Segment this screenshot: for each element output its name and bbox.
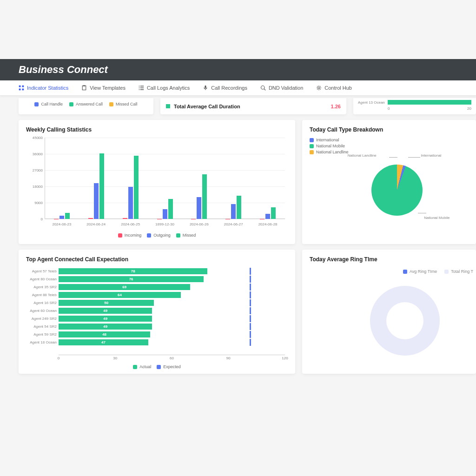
- nav-control-hub[interactable]: Control Hub: [316, 85, 352, 91]
- svg-rect-2: [19, 89, 21, 91]
- nav-call-recordings[interactable]: Call Recordings: [203, 85, 247, 91]
- agent-label: Agent 54 SR2: [26, 324, 57, 329]
- agent-label: Agent 57 Teleb: [26, 269, 57, 273]
- pie-callout-international: International: [421, 153, 441, 158]
- legend-item: International: [310, 138, 469, 142]
- bar-incoming: [123, 218, 127, 219]
- svg-rect-4: [83, 86, 86, 90]
- x-label: 2024-06-25: [113, 222, 148, 226]
- bar-incoming: [88, 218, 93, 219]
- legend-item: National Mobile: [310, 144, 469, 148]
- bar-missed: [237, 196, 241, 219]
- actual-bar: 76: [59, 276, 204, 282]
- svg-rect-0: [19, 86, 21, 87]
- svg-line-15: [264, 89, 265, 90]
- bar-outgoing: [94, 183, 99, 219]
- ring-time-card: Today Average Ring TIme Avg Ring TImeTot…: [302, 250, 476, 374]
- legend-item: Outgoing: [147, 233, 171, 238]
- nav-call-logs-analytics[interactable]: Call Logs Analytics: [139, 85, 190, 91]
- nav-view-templates[interactable]: View Templates: [81, 85, 126, 91]
- mini-agent-label: Agent 13 Ocean: [358, 100, 385, 105]
- svg-rect-3: [22, 89, 24, 91]
- actual-bar: 78: [59, 268, 207, 274]
- avg-duration-label: Total Average Call Duration: [174, 104, 331, 109]
- svg-rect-5: [83, 85, 86, 86]
- ring-title: Today Average Ring TIme: [310, 256, 469, 263]
- actual-bar: 49: [59, 308, 152, 314]
- y-tick: 45000: [26, 136, 43, 140]
- legend-item: National Landline: [310, 150, 469, 154]
- agent-label: Agent 60 Ocean: [26, 309, 57, 313]
- ring-donut: [370, 286, 440, 356]
- agent-expectation-card: Top Agent Connected Call Expectation Age…: [19, 250, 295, 374]
- bar-outgoing: [231, 204, 236, 219]
- call-type-card: Today Call Type Breakdown InternationalN…: [302, 120, 476, 244]
- weekly-stats-card: Weekly Calling Statistics 09000180002700…: [19, 120, 295, 244]
- actual-bar: 50: [59, 300, 154, 306]
- avg-duration-card: Total Average Call Duration 1.26: [160, 98, 346, 114]
- bar-missed: [202, 174, 207, 219]
- agent-label: Agent 249 SR2: [26, 317, 57, 321]
- mini-tick: 20: [430, 106, 471, 111]
- x-tick: 30: [113, 356, 117, 360]
- x-tick: 90: [226, 356, 231, 360]
- x-label: 2024-06-28: [251, 222, 285, 226]
- expected-marker: [250, 299, 251, 306]
- x-label: 2024-06-23: [45, 222, 79, 226]
- mini-tick: 0: [388, 106, 430, 111]
- clipboard-icon: [81, 85, 87, 91]
- expected-marker: [250, 284, 251, 291]
- legend-item: Missed: [176, 233, 196, 238]
- svg-point-14: [261, 86, 264, 90]
- agent-title: Top Agent Connected Call Expectation: [26, 256, 288, 263]
- mini-agent-card: Agent 13 Ocean 0 20: [353, 98, 476, 114]
- agent-label: Agent 59 SR2: [26, 332, 57, 337]
- expected-marker: [250, 307, 251, 314]
- x-label: 1899-12-30: [148, 222, 182, 226]
- nav-dnd-validation[interactable]: DND Validation: [260, 85, 303, 91]
- grid-icon: [19, 85, 24, 91]
- legend-item: Total Ring T: [444, 269, 473, 274]
- mic-icon: [203, 85, 208, 91]
- bar-missed: [134, 156, 139, 219]
- y-tick: 18000: [26, 185, 43, 189]
- actual-bar: 49: [59, 316, 152, 322]
- mini-agent-bar: [388, 100, 471, 105]
- svg-rect-10: [139, 89, 140, 90]
- actual-bar: 49: [59, 324, 152, 330]
- svg-rect-9: [140, 87, 144, 88]
- expected-marker: [250, 339, 251, 346]
- x-label: 2024-06-24: [79, 222, 113, 226]
- svg-rect-1: [22, 86, 24, 87]
- y-tick: 0: [26, 217, 43, 221]
- svg-rect-6: [139, 86, 140, 87]
- y-tick: 36000: [26, 152, 43, 156]
- actual-bar: 48: [59, 331, 150, 337]
- avg-swatch: [166, 104, 170, 108]
- weekly-title: Weekly Calling Statistics: [26, 126, 288, 133]
- legend-item: Incoming: [118, 233, 142, 238]
- agent-label: Agent 80 Ocean: [26, 277, 57, 281]
- bar-missed: [99, 153, 104, 219]
- x-label: 2024-06-27: [216, 222, 251, 226]
- bar-missed: [271, 207, 276, 219]
- legend-item: Expected: [157, 364, 181, 369]
- calltype-title: Today Call Type Breakdown: [310, 126, 469, 133]
- app-header: Business Connect: [0, 59, 476, 80]
- bar-missed: [168, 199, 173, 219]
- bar-outgoing: [197, 197, 201, 219]
- list-icon: [139, 85, 144, 91]
- svg-rect-11: [140, 89, 144, 90]
- pie-callout-landline: National Landline: [348, 153, 377, 158]
- app-title: Business Connect: [19, 64, 108, 75]
- y-tick: 9000: [26, 201, 43, 205]
- legend-item: Call Handle: [34, 102, 63, 106]
- top-legend-card: Call HandleAnswered CallMissed Call: [19, 98, 153, 114]
- x-tick: 60: [170, 356, 174, 360]
- nav-indicator-statistics[interactable]: Indicator Statistics: [19, 85, 68, 91]
- pie-callout-mobile: National Mobile: [424, 216, 450, 220]
- expected-marker: [250, 331, 251, 338]
- bar-outgoing: [163, 209, 167, 219]
- agent-label: Agent 18 Ocean: [26, 340, 57, 344]
- calltype-pie: [371, 165, 423, 216]
